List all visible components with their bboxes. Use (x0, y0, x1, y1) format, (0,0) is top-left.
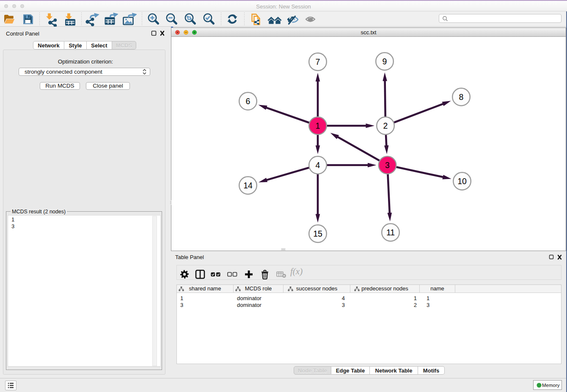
svg-text:3: 3 (385, 160, 390, 170)
svg-text:14: 14 (243, 181, 253, 190)
svg-text:1: 1 (316, 121, 320, 130)
svg-text:9: 9 (383, 57, 387, 66)
svg-text:11: 11 (386, 228, 395, 237)
svg-text:7: 7 (316, 57, 320, 66)
svg-text:6: 6 (246, 97, 250, 106)
svg-text:4: 4 (316, 160, 320, 170)
svg-text:15: 15 (313, 229, 322, 238)
svg-text:8: 8 (459, 92, 464, 102)
svg-text:2: 2 (383, 121, 388, 130)
svg-text:10: 10 (457, 177, 467, 186)
